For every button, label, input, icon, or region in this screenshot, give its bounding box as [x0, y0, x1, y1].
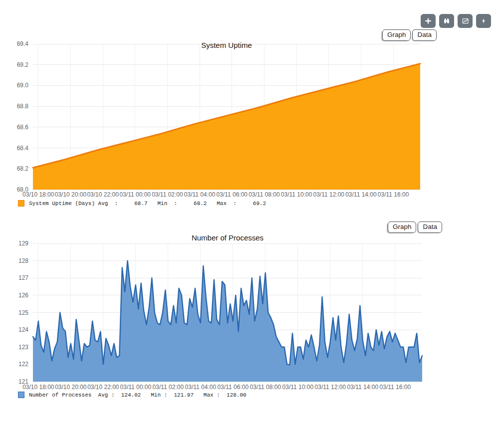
- svg-text:03/11 04:00: 03/11 04:00: [185, 384, 217, 391]
- uptime-legend-text: System Uptime (Days) Avg : 68.7 Min : 68…: [29, 201, 266, 207]
- processes-legend-text: Number of Processes Avg : 124.02 Min : 1…: [29, 392, 247, 398]
- uptime-legend: System Uptime (Days) Avg : 68.7 Min : 68…: [18, 200, 266, 207]
- svg-text:124: 124: [18, 326, 28, 333]
- tab-graph-uptime[interactable]: Graph: [382, 29, 411, 41]
- svg-text:03/11 06:00: 03/11 06:00: [217, 191, 248, 198]
- svg-text:03/11 00:00: 03/11 00:00: [120, 191, 151, 198]
- uptime-legend-swatch: [18, 200, 24, 207]
- svg-text:03/11 12:00: 03/11 12:00: [315, 384, 346, 391]
- svg-text:03/11 02:00: 03/11 02:00: [152, 191, 183, 198]
- svg-text:03/10 18:00: 03/10 18:00: [22, 384, 54, 391]
- svg-text:03/11 06:00: 03/11 06:00: [218, 384, 249, 391]
- svg-text:03/11 08:00: 03/11 08:00: [250, 384, 281, 391]
- add-graph-button[interactable]: [421, 14, 436, 28]
- svg-text:03/11 16:00: 03/11 16:00: [378, 191, 409, 198]
- svg-text:03/11 10:00: 03/11 10:00: [281, 191, 312, 198]
- plus-icon: [424, 17, 432, 25]
- svg-text:69.4: 69.4: [17, 41, 29, 47]
- svg-text:03/10 20:00: 03/10 20:00: [55, 191, 87, 198]
- svg-text:03/11 02:00: 03/11 02:00: [153, 384, 184, 391]
- svg-text:03/11 10:00: 03/11 10:00: [282, 384, 314, 391]
- uptime-area-chart: 68.068.268.468.668.869.069.269.403/10 18…: [0, 41, 504, 206]
- view-graphs-button[interactable]: [458, 14, 473, 28]
- tab-graph-processes[interactable]: Graph: [388, 221, 417, 233]
- svg-text:127: 127: [18, 274, 28, 281]
- line-chart-icon: [461, 17, 470, 25]
- tab-data-processes[interactable]: Data: [418, 221, 442, 233]
- search-graphs-button[interactable]: [439, 14, 454, 28]
- svg-text:System Uptime: System Uptime: [201, 41, 252, 49]
- svg-text:68.2: 68.2: [17, 165, 29, 172]
- lightning-icon: [480, 17, 487, 25]
- processes-legend: Number of Processes Avg : 124.02 Min : 1…: [18, 392, 247, 398]
- svg-text:03/11 00:00: 03/11 00:00: [120, 384, 152, 391]
- svg-text:69.2: 69.2: [17, 61, 29, 68]
- processes-tabs: Graph Data: [388, 221, 442, 233]
- actions-button[interactable]: [476, 14, 491, 28]
- graph-toolbar: [421, 14, 491, 28]
- processes-legend-swatch: [18, 392, 24, 398]
- svg-text:125: 125: [18, 309, 28, 316]
- svg-text:123: 123: [18, 344, 28, 351]
- uptime-tabs: Graph Data: [382, 29, 437, 41]
- svg-text:68.8: 68.8: [17, 103, 29, 110]
- svg-text:03/11 08:00: 03/11 08:00: [249, 191, 280, 198]
- svg-text:03/10 20:00: 03/10 20:00: [55, 384, 87, 391]
- svg-text:126: 126: [18, 292, 28, 299]
- svg-text:03/10 22:00: 03/10 22:00: [87, 384, 119, 391]
- svg-text:03/10 18:00: 03/10 18:00: [22, 191, 54, 198]
- binoculars-icon: [443, 17, 451, 25]
- svg-text:03/11 04:00: 03/11 04:00: [184, 191, 216, 198]
- svg-text:Number of Processes: Number of Processes: [192, 234, 263, 242]
- svg-text:03/11 14:00: 03/11 14:00: [345, 191, 377, 198]
- svg-text:69.0: 69.0: [17, 82, 29, 89]
- tab-data-uptime[interactable]: Data: [412, 29, 437, 41]
- svg-text:129: 129: [18, 240, 28, 247]
- system-statistics-page: Graph Data 68.068.268.468.668.869.069.26…: [0, 0, 504, 427]
- svg-text:68.6: 68.6: [17, 124, 29, 131]
- svg-text:68.4: 68.4: [17, 145, 29, 152]
- processes-area-chart: 12112212312412512612712812903/10 18:0003…: [0, 234, 504, 399]
- svg-text:122: 122: [18, 361, 28, 368]
- svg-text:03/11 14:00: 03/11 14:00: [347, 384, 379, 391]
- svg-text:128: 128: [18, 257, 28, 264]
- svg-text:03/11 12:00: 03/11 12:00: [313, 191, 345, 198]
- svg-text:03/10 22:00: 03/10 22:00: [87, 191, 119, 198]
- svg-text:03/11 16:00: 03/11 16:00: [380, 384, 411, 391]
